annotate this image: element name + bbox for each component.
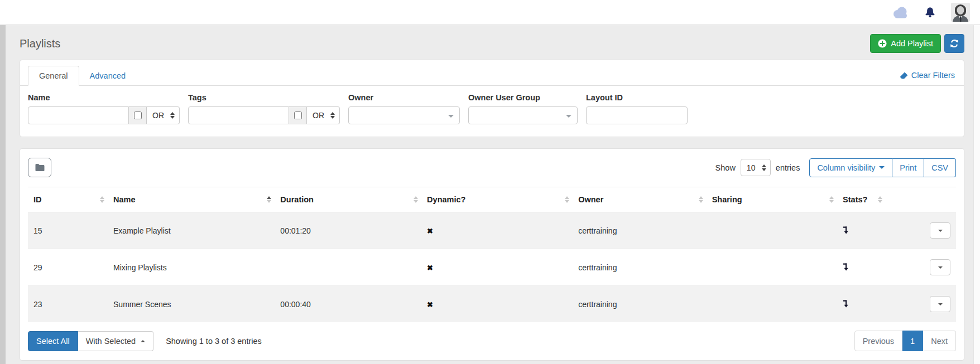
filter-group-name: Name OR (28, 93, 180, 124)
sort-icon[interactable] (565, 196, 569, 203)
main-content: Playlists Add Playlist (6, 25, 973, 361)
filter-group-owner-user-group: Owner User Group (468, 93, 578, 124)
cell-id: 15 (28, 212, 108, 249)
x-mark-icon: ✖ (427, 227, 433, 235)
tags-logic-select[interactable]: OR (307, 106, 340, 124)
owner-user-group-select[interactable] (468, 106, 578, 124)
folder-button[interactable] (28, 158, 51, 177)
row-actions-dropdown-button[interactable] (930, 222, 950, 239)
cell-name: Mixing Playlists (108, 249, 275, 286)
chevron-down-icon (879, 166, 885, 169)
playlists-table: ID Name Duration Dynamic? Owner Sharing … (28, 187, 956, 322)
column-header-id[interactable]: ID (28, 187, 108, 212)
cell-dynamic: ✖ (421, 286, 573, 323)
name-label: Name (28, 93, 180, 102)
cell-stats (837, 212, 885, 249)
level-down-icon (843, 263, 849, 271)
next-page-button[interactable]: Next (923, 331, 956, 351)
print-button[interactable]: Print (892, 158, 924, 177)
chevron-down-icon (938, 303, 943, 305)
x-mark-icon: ✖ (427, 300, 433, 309)
owner-user-group-label: Owner User Group (468, 93, 578, 102)
cell-duration: 00:01:20 (275, 212, 421, 249)
column-header-sharing[interactable]: Sharing (707, 187, 837, 212)
table-row[interactable]: 29 Mixing Playlists ✖ certtraining (28, 249, 956, 286)
column-header-actions (886, 187, 956, 212)
sort-asc-icon[interactable] (267, 196, 271, 203)
table-row[interactable]: 23 Summer Scenes 00:00:40 ✖ certtraining (28, 286, 956, 323)
cell-owner: certtraining (573, 212, 706, 249)
cell-id: 29 (28, 249, 108, 286)
table-header-row: ID Name Duration Dynamic? Owner Sharing … (28, 187, 956, 212)
with-selected-button[interactable]: With Selected (78, 331, 153, 351)
stepper-icon (330, 112, 335, 119)
refresh-button[interactable] (944, 34, 964, 53)
bell-icon[interactable] (925, 7, 935, 18)
sort-icon[interactable] (829, 196, 834, 203)
name-exact-checkbox[interactable] (134, 111, 142, 119)
page-title: Playlists (20, 37, 60, 50)
pagination: Previous 1 Next (854, 331, 956, 351)
avatar[interactable] (951, 3, 970, 22)
filter-group-tags: Tags OR (188, 93, 340, 124)
table-row[interactable]: 15 Example Playlist 00:01:20 ✖ certtrain… (28, 212, 956, 249)
top-navbar (0, 0, 980, 25)
tab-general[interactable]: General (28, 66, 79, 86)
cell-name: Summer Scenes (108, 286, 275, 323)
sort-icon[interactable] (878, 196, 882, 203)
cell-dynamic: ✖ (421, 212, 573, 249)
cell-stats (837, 286, 885, 323)
playlists-table-panel: Show 10 entries Column visibility Print (20, 148, 964, 361)
select-all-button[interactable]: Select All (28, 331, 78, 351)
chevron-down-icon (938, 266, 943, 269)
layout-id-label: Layout ID (586, 93, 688, 102)
cell-stats (837, 249, 885, 286)
tags-input[interactable] (188, 106, 289, 124)
column-header-duration[interactable]: Duration (275, 187, 421, 212)
cell-duration: 00:00:40 (275, 286, 421, 323)
layout-id-input[interactable] (586, 106, 688, 124)
row-actions-dropdown-button[interactable] (930, 296, 950, 312)
csv-button[interactable]: CSV (924, 158, 956, 177)
row-actions-dropdown-button[interactable] (930, 259, 950, 275)
show-label: Show (715, 163, 736, 172)
scrollbar-track[interactable] (973, 25, 980, 364)
refresh-icon (950, 39, 959, 48)
cell-name: Example Playlist (108, 212, 275, 249)
add-playlist-button[interactable]: Add Playlist (870, 34, 941, 53)
column-header-name[interactable]: Name (108, 187, 275, 212)
sort-icon[interactable] (100, 196, 104, 203)
filter-panel: General Advanced Clear Filters Name (20, 60, 964, 137)
column-visibility-button[interactable]: Column visibility (809, 158, 892, 177)
chevron-down-icon (448, 115, 454, 118)
name-checkbox-addon (129, 106, 147, 124)
clear-filters-link[interactable]: Clear Filters (900, 71, 955, 80)
sort-icon[interactable] (699, 196, 703, 203)
column-header-dynamic[interactable]: Dynamic? (421, 187, 573, 212)
tags-exact-checkbox[interactable] (294, 111, 302, 119)
chevron-up-icon (141, 340, 145, 342)
cell-owner: certtraining (573, 249, 706, 286)
cell-duration (275, 249, 421, 286)
owner-select[interactable] (348, 106, 460, 124)
column-header-owner[interactable]: Owner (573, 187, 706, 212)
stepper-icon (762, 164, 766, 171)
eraser-icon (900, 72, 908, 79)
cell-id: 23 (28, 286, 108, 323)
x-mark-icon: ✖ (427, 264, 433, 272)
cell-owner: certtraining (573, 286, 706, 323)
tab-advanced[interactable]: Advanced (79, 66, 137, 85)
page-1-button[interactable]: 1 (902, 331, 923, 351)
column-header-stats[interactable]: Stats? (837, 187, 885, 212)
collapsed-sidebar[interactable] (0, 25, 6, 364)
name-input[interactable] (28, 106, 129, 124)
page-length-select[interactable]: 10 (741, 159, 771, 176)
cell-sharing (707, 286, 837, 323)
plus-circle-icon (878, 39, 887, 48)
name-logic-select[interactable]: OR (147, 106, 180, 124)
filter-group-owner: Owner (348, 93, 460, 124)
folder-icon (35, 163, 45, 172)
previous-page-button[interactable]: Previous (854, 331, 902, 351)
cloud-icon[interactable] (892, 7, 909, 18)
sort-icon[interactable] (414, 196, 418, 203)
